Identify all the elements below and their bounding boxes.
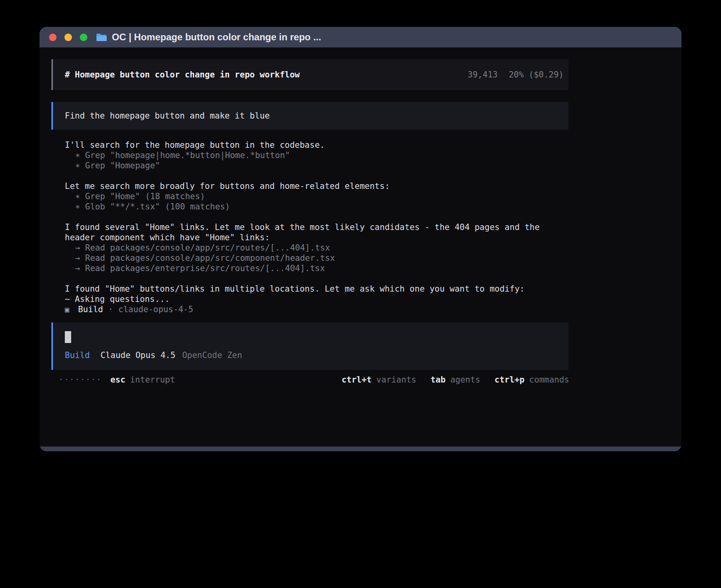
tool-call-read: → Read packages/console/app/src/componen… [65,253,555,263]
agent-mode-label[interactable]: Build [65,350,90,360]
hint-key: esc [110,375,125,385]
terminal-body: # Homepage button color change in repo w… [40,47,681,447]
hint-label: variants [376,375,416,385]
assistant-text: Let me search more broadly for buttons a… [65,181,555,191]
folder-icon [96,33,107,41]
tool-call-group: ∗ Grep "homepage|home.*button|Home.*butt… [65,150,555,171]
assistant-text: I found "Home" buttons/links in multiple… [65,284,555,294]
user-message: Find the homepage button and make it blu… [51,102,568,130]
status-right: ctrl+t variants tab agents ctrl+p comman… [342,375,569,385]
hint-label: agents [450,375,480,385]
agent-icon: ▣ [65,304,69,315]
hint-label: commands [529,375,569,385]
session-header: # Homepage button color change in repo w… [51,59,568,90]
transcript: I'll search for the homepage button in t… [65,140,555,315]
tool-call-read: → Read packages/enterprise/src/routes/[.… [65,263,555,273]
tool-call-read: → Read packages/console/app/src/routes/[… [65,243,555,253]
titlebar[interactable]: OC | Homepage button color change in rep… [40,27,681,47]
terminal-window: OC | Homepage button color change in rep… [40,27,681,451]
hint-variants: ctrl+t variants [342,375,416,385]
zoom-button[interactable] [80,34,87,41]
tool-call-glob: ∗ Glob "**/*.tsx" (100 matches) [65,202,555,212]
user-message-text: Find the homepage button and make it blu… [65,111,270,121]
tui-content: # Homepage button color change in repo w… [40,47,568,385]
hint-agents: tab agents [430,375,480,385]
token-count: 39,413 [468,70,498,80]
close-button[interactable] [49,34,57,41]
assistant-text: I'll search for the homepage button in t… [65,140,555,150]
hint-commands: ctrl+p commands [495,375,569,385]
session-stats: 39,413 20% ($0.29) [468,70,564,80]
tool-call-grep: ∗ Grep "homepage|home.*button|Home.*butt… [65,150,555,160]
provider-label: OpenCode Zen [182,350,242,360]
hint-key: ctrl+t [342,375,372,385]
assistant-status-text: ~ Asking questions... [65,294,555,304]
session-title: # Homepage button color change in repo w… [65,70,300,80]
prompt-input[interactable]: Build Claude Opus 4.5 OpenCode Zen [51,322,568,370]
tool-call-grep: ∗ Grep "Home" (18 matches) [65,191,555,202]
input-mode-row: Build Claude Opus 4.5 OpenCode Zen [65,350,557,360]
progress-dots: ········ [59,375,102,385]
status-left: ········ esc interrupt [59,375,175,385]
window-controls [49,34,87,41]
minimize-button[interactable] [64,34,72,41]
tool-call-grep: ∗ Grep "Homepage" [65,160,555,171]
status-bar: ········ esc interrupt ctrl+t variants t… [51,375,569,385]
hint-key: tab [430,375,445,385]
text-cursor [65,331,71,343]
agent-model: claude-opus-4-5 [118,304,193,315]
assistant-text: I found several "Home" links. Let me loo… [65,222,555,243]
separator-dot: · [108,304,113,315]
hint-label: interrupt [130,375,175,385]
tool-call-group: → Read packages/console/app/src/routes/[… [65,243,555,273]
window-title: OC | Homepage button color change in rep… [112,32,321,43]
agent-name: Build [78,304,103,315]
hint-interrupt: esc interrupt [110,375,175,385]
tool-call-group: ∗ Grep "Home" (18 matches) ∗ Glob "**/*.… [65,191,555,212]
agent-status-row: ▣ Build · claude-opus-4-5 [65,304,555,315]
context-usage: 20% ($0.29) [509,70,564,80]
model-label: Claude Opus 4.5 [100,350,176,360]
hint-key: ctrl+p [495,375,525,385]
